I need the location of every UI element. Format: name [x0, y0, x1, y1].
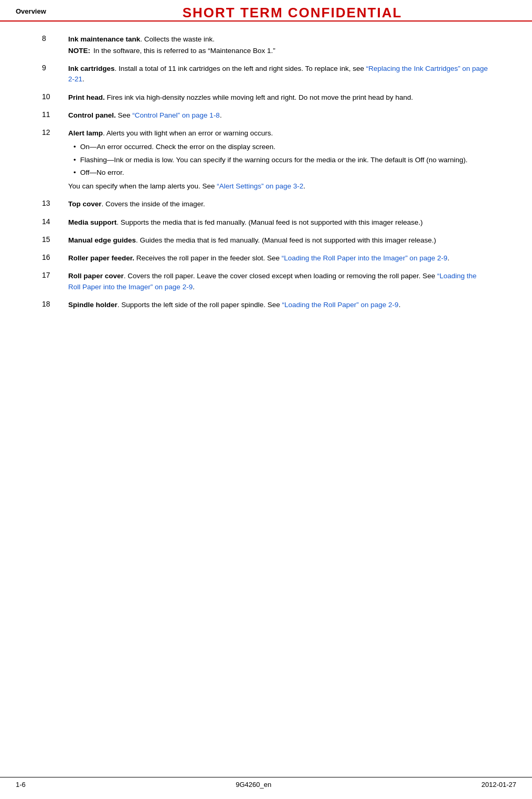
item-link[interactable]: “Loading the Roll Paper into the Imager”…	[282, 254, 448, 262]
header-title: SHORT TERM CONFIDENTIAL	[68, 5, 516, 20]
item-content: Manual edge guides. Guides the media tha…	[68, 235, 490, 246]
item-content: Ink maintenance tank. Collects the waste…	[68, 34, 490, 57]
footer-page-number: 1-6	[16, 781, 26, 789]
bullet-list: On—An error occurred. Check the error on…	[73, 142, 490, 178]
item-number: 16	[42, 253, 68, 261]
item-bold: Top cover	[68, 200, 102, 208]
list-item: 18 Spindle holder. Supports the left sid…	[42, 300, 490, 310]
item-number: 18	[42, 300, 68, 308]
list-item: 16 Roller paper feeder. Receives the rol…	[42, 253, 490, 264]
item-content: Alert lamp. Alerts you with light when a…	[68, 128, 490, 192]
item-number: 14	[42, 217, 68, 226]
item-content: Roll paper cover. Covers the roll paper.…	[68, 271, 490, 292]
item-number: 8	[42, 34, 68, 43]
note-line: NOTE: In the software, this is referred …	[68, 46, 490, 56]
item-number: 10	[42, 92, 68, 101]
list-item: 11 Control panel. See “Control Panel” on…	[42, 110, 490, 121]
item-content: Media support. Supports the media that i…	[68, 217, 490, 228]
item-content: Roller paper feeder. Receives the roll p…	[68, 253, 490, 264]
item-number: 11	[42, 110, 68, 119]
confidential-banner: SHORT TERM CONFIDENTIAL	[68, 5, 516, 20]
item-link[interactable]: “Replacing the Ink Cartridges” on page 2…	[68, 65, 488, 83]
item-bold: Roll paper cover	[68, 272, 124, 280]
list-item: 14 Media support. Supports the media tha…	[42, 217, 490, 228]
item-content: Spindle holder. Supports the left side o…	[68, 300, 490, 310]
footer-document-id: 9G4260_en	[236, 781, 271, 789]
item-content: Top cover. Covers the inside of the imag…	[68, 199, 490, 209]
page-header: Overview SHORT TERM CONFIDENTIAL	[0, 0, 532, 22]
item-bold: Ink maintenance tank. Collects the waste…	[68, 35, 215, 43]
note-label: NOTE:	[68, 46, 90, 56]
item-bold: Ink cartridges	[68, 65, 115, 72]
list-item: 12 Alert lamp. Alerts you with light whe…	[42, 128, 490, 192]
item-link[interactable]: “Alert Settings” on page 3-2	[217, 182, 303, 190]
list-item: 8 Ink maintenance tank. Collects the was…	[42, 34, 490, 57]
item-number: 13	[42, 199, 68, 207]
item-bold: Spindle holder	[68, 301, 118, 309]
main-content: 8 Ink maintenance tank. Collects the was…	[0, 24, 532, 350]
item-link[interactable]: “Loading the Roll Paper into the Imager”…	[68, 272, 476, 290]
note-text: In the software, this is referred to as …	[93, 46, 275, 56]
item-link[interactable]: “Loading the Roll Paper” on page 2-9	[282, 301, 398, 309]
list-item: 9 Ink cartridges. Install a total of 11 …	[42, 64, 490, 85]
item-link[interactable]: “Control Panel” on page 1-8	[132, 111, 220, 119]
footer-date: 2012-01-27	[482, 781, 517, 789]
list-item: 17 Roll paper cover. Covers the roll pap…	[42, 271, 490, 292]
page-footer: 1-6 9G4260_en 2012-01-27	[0, 777, 532, 789]
section-label: Overview	[16, 5, 68, 15]
item-bold: Alert lamp	[68, 129, 103, 137]
list-item: 10 Print head. Fires ink via high-densit…	[42, 92, 490, 103]
item-number: 17	[42, 271, 68, 279]
item-bold: Media support	[68, 218, 116, 226]
item-number: 15	[42, 235, 68, 244]
item-bold: Roller paper feeder.	[68, 254, 134, 262]
item-bold: Control panel.	[68, 111, 116, 119]
list-item: 15 Manual edge guides. Guides the media …	[42, 235, 490, 246]
item-content: Control panel. See “Control Panel” on pa…	[68, 110, 490, 121]
item-content: Print head. Fires ink via high-density n…	[68, 92, 490, 103]
item-bold: Manual edge guides	[68, 236, 136, 244]
bullet-item: Flashing—Ink or media is low. You can sp…	[73, 155, 490, 165]
list-item: 13 Top cover. Covers the inside of the i…	[42, 199, 490, 209]
item-content: Ink cartridges. Install a total of 11 in…	[68, 64, 490, 85]
item-number: 9	[42, 64, 68, 72]
bullet-item: Off—No error.	[73, 167, 490, 178]
bullet-item: On—An error occurred. Check the error on…	[73, 142, 490, 152]
item-number: 12	[42, 128, 68, 136]
item-bold: Print head.	[68, 93, 105, 101]
